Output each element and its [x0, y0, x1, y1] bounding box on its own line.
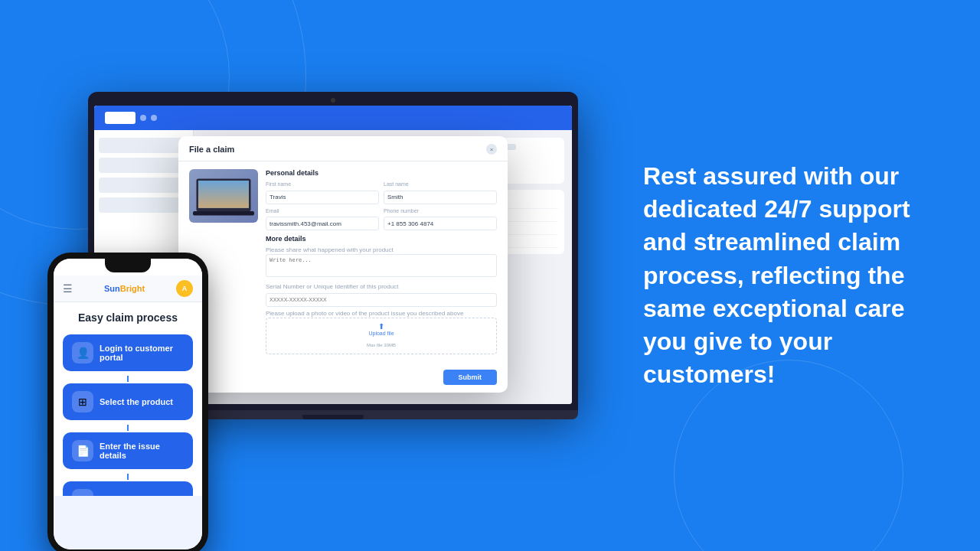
- phone-topbar: ☰ SunBright A: [54, 276, 202, 302]
- upload-cta: Upload file: [270, 331, 492, 336]
- phone-field: Phone number: [384, 208, 497, 231]
- issue-textarea[interactable]: [266, 254, 497, 277]
- contact-row: Email Phone number: [266, 208, 497, 231]
- issue-description-label: Please share what happened with your pro…: [266, 246, 497, 253]
- first-name-input[interactable]: [266, 191, 379, 204]
- app-logo: [105, 112, 136, 124]
- easy-claim-title: Easy claim process: [63, 311, 193, 324]
- login-icon: 👤: [72, 342, 93, 364]
- upload-icon: ⬆: [270, 322, 492, 331]
- laptop-camera: [331, 98, 335, 103]
- svg-rect-3: [193, 211, 254, 215]
- user-avatar: A: [176, 280, 193, 297]
- product-icon: ⊞: [72, 391, 93, 412]
- name-row: First name Last name: [266, 181, 497, 204]
- last-name-label: Last name: [384, 181, 497, 187]
- upload-description-label: Please upload a photo or video of the pr…: [266, 310, 497, 317]
- upload-size: Max file 30MB: [367, 343, 396, 347]
- personal-details-label: Personal details: [266, 169, 497, 177]
- devices-area: File a claim ×: [0, 0, 582, 551]
- hero-text-area: Rest assured with our dedicated 24/7 sup…: [643, 160, 934, 391]
- step-issue[interactable]: 📄 Enter the issue details: [63, 432, 193, 469]
- modal-close-button[interactable]: ×: [486, 144, 497, 155]
- email-field: Email: [266, 208, 379, 231]
- modal-header: File a claim ×: [178, 136, 508, 161]
- submit-row: Submit: [178, 365, 508, 393]
- modal-body: Personal details First name Last name: [178, 161, 508, 365]
- claim-modal: File a claim ×: [178, 136, 508, 393]
- step-login-label: Login to customer portal: [100, 344, 184, 362]
- phone: ☰ SunBright A Easy claim process 👤 Login…: [47, 253, 208, 551]
- serial-label: Serial Number or Unique Identifier of th…: [266, 283, 497, 290]
- modal-form: Personal details First name Last name: [266, 169, 497, 357]
- phone-notch: [105, 259, 151, 272]
- phone-screen: ☰ SunBright A Easy claim process 👤 Login…: [54, 259, 202, 549]
- hamburger-icon[interactable]: ☰: [63, 282, 73, 295]
- first-name-label: First name: [266, 181, 379, 187]
- serial-input[interactable]: [266, 293, 497, 307]
- phone-label: Phone number: [384, 208, 497, 214]
- phone-logo-text: SunBright: [104, 284, 145, 293]
- step-product-label: Select the product: [100, 397, 173, 406]
- step-connector-2: [127, 425, 129, 431]
- svg-rect-2: [198, 181, 249, 208]
- more-details-label: More details: [266, 235, 497, 243]
- phone-outer: ☰ SunBright A Easy claim process 👤 Login…: [47, 253, 208, 551]
- laptop-hinge: [302, 415, 364, 419]
- phone-input[interactable]: [384, 217, 497, 230]
- step-connector-1: [127, 376, 129, 382]
- step-product[interactable]: ⊞ Select the product: [63, 383, 193, 420]
- email-input[interactable]: [266, 217, 379, 230]
- app-topbar: [94, 106, 572, 130]
- step-login[interactable]: 👤 Login to customer portal: [63, 334, 193, 371]
- issue-icon: 📄: [72, 440, 93, 461]
- step-issue-label: Enter the issue details: [100, 442, 184, 460]
- first-name-field: First name: [266, 181, 379, 204]
- product-image: [189, 169, 258, 223]
- last-name-field: Last name: [384, 181, 497, 204]
- submit-button[interactable]: Submit: [443, 370, 498, 385]
- email-label: Email: [266, 208, 379, 214]
- upload-area[interactable]: ⬆ Upload file Max file 30MB: [266, 318, 497, 354]
- phone-bottom: [54, 496, 202, 549]
- hero-text: Rest assured with our dedicated 24/7 sup…: [643, 160, 934, 391]
- modal-title: File a claim: [189, 145, 234, 154]
- step-connector-3: [127, 474, 129, 480]
- last-name-input[interactable]: [384, 191, 497, 204]
